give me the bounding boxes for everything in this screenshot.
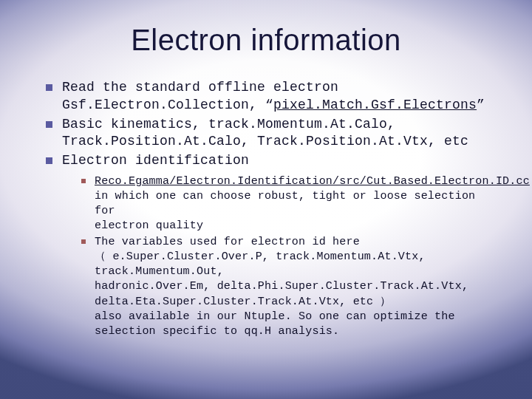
sub-text: electron quality: [95, 219, 491, 233]
bullet-text: Read the standard offline electron: [62, 80, 338, 95]
sub-text: also available in our Ntuple. So one can…: [95, 310, 491, 324]
sub-bullet-list: Reco.Egamma/Electron.Identification/src/…: [62, 174, 491, 339]
bullet-kinematics: Basic kinematics, track.Momentum.At.Calo…: [46, 116, 491, 151]
sub-text: e.Super.Cluster.Over.P, track.Momentum.A…: [95, 250, 426, 278]
bullet-text: Electron identification: [62, 153, 249, 168]
link-pixelmatch: pixel.Match.Gsf.Electrons: [273, 98, 477, 112]
link-reco-egamma: Reco.Egamma/Electron.Identification/src/…: [95, 175, 530, 188]
bullet-text: Basic kinematics, track.Momentum.At.Calo…: [62, 117, 395, 132]
sub-bullet-variables: The variables used for electron id here …: [81, 235, 491, 339]
sub-text: in which one can choose robust, tight or…: [95, 189, 491, 219]
sub-bullet-reco: Reco.Egamma/Electron.Identification/src/…: [81, 174, 491, 233]
slide-title: Electron information: [41, 24, 491, 57]
bullet-text: Track.Position.At.Calo, Track.Position.A…: [62, 134, 468, 149]
sub-text: hadronic.Over.Em, delta.Phi.Super.Cluste…: [95, 279, 491, 294]
sub-text: （ e.Super.Cluster.Over.P, track.Momentum…: [95, 250, 491, 279]
sub-text: The variables used for electron id here: [95, 236, 360, 248]
paren-open: （: [95, 250, 112, 263]
bullet-list: Read the standard offline electron Gsf.E…: [41, 79, 491, 339]
sub-text: selection specific to qq.H analysis.: [95, 324, 491, 339]
bullet-text: Gsf.Electron.Collection, “: [62, 98, 273, 112]
bullet-read-standard: Read the standard offline electron Gsf.E…: [46, 79, 491, 115]
bullet-electron-id: Electron identification Reco.Egamma/Elec…: [46, 152, 491, 339]
slide: Electron information Read the standard o…: [0, 0, 532, 399]
bullet-text: ”: [477, 98, 485, 112]
sub-text: delta.Eta.Super.Cluster.Track.At.Vtx, et…: [95, 295, 491, 310]
